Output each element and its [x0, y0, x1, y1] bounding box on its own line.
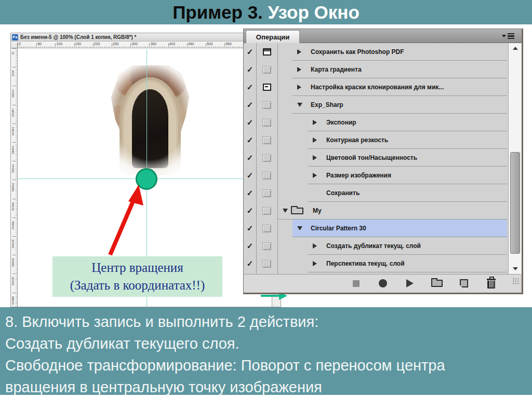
ruler-number: 400	[12, 202, 14, 211]
slide-title: Пример 3. Узор Окно	[172, 2, 360, 23]
action-label: Сохранить как Photoshop PDF	[311, 48, 404, 56]
action-row[interactable]: ✓Circular Pattern 30	[244, 219, 507, 237]
ruler-corner	[11, 42, 18, 48]
scrollbar-thumb[interactable]	[510, 152, 520, 254]
expand-triangle-icon[interactable]	[297, 85, 305, 90]
ruler-number: 50	[12, 71, 14, 76]
check-icon: ✓	[247, 259, 254, 268]
ruler-number: 350	[12, 183, 14, 192]
play-button[interactable]	[404, 278, 416, 289]
toggle-dialog-checkbox[interactable]	[256, 255, 277, 272]
toggle-dialog-checkbox[interactable]	[256, 78, 277, 96]
action-label: Размер изображения	[326, 172, 391, 179]
dialog-toggle-empty-icon	[262, 225, 271, 232]
slide-title-part1: Пример 3.	[172, 2, 268, 22]
toggle-include-checkbox[interactable]: ✓	[244, 184, 256, 202]
action-row[interactable]: ✓Сохранить	[244, 184, 507, 202]
collapse-triangle-icon[interactable]	[297, 226, 305, 230]
photoshop-icon: Ps	[12, 34, 18, 40]
record-button[interactable]	[377, 278, 389, 289]
slide-title-band: Пример 3. Узор Окно	[0, 0, 532, 24]
action-label: Карта градиента	[311, 66, 362, 73]
action-label: My	[313, 207, 322, 214]
ruler-number: 300	[131, 42, 138, 46]
toggle-dialog-checkbox[interactable]	[256, 202, 277, 219]
toggle-dialog-checkbox[interactable]	[256, 237, 277, 255]
tab-actions[interactable]: Операции	[246, 30, 300, 43]
annotation-label: Центр вращения (Задать в координатах!!)	[52, 256, 222, 297]
action-label: Экспонир	[326, 119, 356, 126]
action-row[interactable]: ✓My	[244, 202, 507, 219]
toggle-include-checkbox[interactable]: ✓	[244, 78, 256, 96]
action-row[interactable]: ✓Контурная резкость	[244, 131, 507, 149]
action-label: Настройка краски клонирования для мик...	[311, 84, 444, 91]
footer-line-2: Создать дубликат текущего слоя.	[5, 333, 532, 354]
check-icon: ✓	[247, 224, 254, 233]
expand-triangle-icon[interactable]	[313, 138, 321, 143]
action-row[interactable]: ✓Карта градиента	[244, 61, 507, 78]
scroll-down-button[interactable]	[509, 265, 522, 273]
toggle-dialog-checkbox[interactable]	[256, 219, 277, 237]
toggle-include-checkbox[interactable]: ✓	[244, 131, 256, 149]
folder-icon	[291, 208, 303, 214]
action-row[interactable]: ✓Настройка краски клонирования для мик..…	[244, 78, 507, 96]
dialog-toggle-icon	[263, 48, 271, 56]
toggle-dialog-checkbox[interactable]	[256, 61, 277, 78]
actions-panel: Операции ✓Сохранить как Photoshop PDF✓Ка…	[243, 29, 523, 294]
toggle-include-checkbox[interactable]: ✓	[244, 149, 256, 167]
check-icon: ✓	[247, 171, 254, 180]
check-icon: ✓	[247, 118, 254, 127]
toggle-dialog-checkbox[interactable]	[256, 96, 277, 114]
arch-window-image	[109, 65, 192, 185]
toggle-dialog-checkbox[interactable]	[256, 43, 277, 61]
toggle-include-checkbox[interactable]: ✓	[244, 219, 256, 237]
toggle-include-checkbox[interactable]: ✓	[244, 167, 256, 184]
expand-triangle-icon[interactable]	[297, 67, 305, 72]
action-row[interactable]: ✓Exp_Sharp	[244, 96, 507, 114]
panel-resize-grip[interactable]	[512, 278, 520, 285]
toggle-include-checkbox[interactable]: ✓	[244, 61, 256, 78]
expand-triangle-icon[interactable]	[297, 49, 305, 54]
expand-triangle-icon[interactable]	[313, 243, 321, 249]
action-row[interactable]: ✓Размер изображения	[244, 167, 507, 184]
toggle-dialog-checkbox[interactable]	[256, 184, 277, 202]
folder-button[interactable]	[431, 278, 443, 289]
delete-button[interactable]	[485, 278, 497, 289]
scroll-up-icon	[513, 47, 518, 50]
action-row[interactable]: ✓Перспектива текущ. слой	[244, 255, 507, 272]
dialog-toggle-empty-icon	[262, 260, 271, 268]
panel-scrollbar[interactable]	[508, 43, 522, 274]
expand-triangle-icon[interactable]	[313, 173, 321, 178]
toggle-include-checkbox[interactable]: ✓	[244, 202, 256, 219]
toggle-dialog-checkbox[interactable]	[256, 131, 277, 149]
ruler-number: 50	[37, 42, 42, 46]
collapse-triangle-icon[interactable]	[283, 209, 291, 213]
rotation-center-marker	[136, 168, 157, 190]
action-row[interactable]: ✓Создать дубликат текущ. слой	[244, 237, 507, 255]
toggle-dialog-checkbox[interactable]	[256, 149, 277, 167]
toggle-dialog-checkbox[interactable]	[256, 114, 277, 131]
stop-button[interactable]	[350, 278, 362, 289]
check-icon: ✓	[247, 241, 254, 251]
toggle-include-checkbox[interactable]: ✓	[244, 114, 256, 131]
expand-triangle-icon[interactable]	[313, 261, 321, 266]
toggle-include-checkbox[interactable]: ✓	[244, 255, 256, 272]
expand-triangle-icon[interactable]	[313, 155, 321, 160]
ruler-number: 500	[207, 42, 213, 46]
collapse-triangle-icon[interactable]	[297, 103, 305, 107]
action-row[interactable]: ✓Экспонир	[244, 114, 507, 131]
new-action-button[interactable]	[458, 278, 470, 289]
action-row[interactable]: ✓Сохранить как Photoshop PDF	[244, 43, 507, 61]
toggle-include-checkbox[interactable]: ✓	[244, 96, 256, 114]
expand-triangle-icon[interactable]	[313, 120, 321, 125]
toggle-include-checkbox[interactable]: ✓	[244, 237, 256, 255]
dialog-toggle-empty-icon	[262, 154, 271, 162]
toggle-include-checkbox[interactable]: ✓	[244, 43, 256, 61]
toggle-dialog-checkbox[interactable]	[256, 167, 277, 184]
panel-menu-icon[interactable]	[502, 33, 514, 39]
document-titlebar[interactable]: Ps Без имени-5 @ 100% (Слой 1 копия, RGB…	[11, 33, 281, 42]
dialog-toggle-empty-icon	[262, 101, 271, 109]
check-icon: ✓	[247, 100, 254, 109]
scroll-up-button[interactable]	[509, 44, 522, 52]
action-row[interactable]: ✓Цветовой тон/Насыщенность	[244, 149, 507, 167]
